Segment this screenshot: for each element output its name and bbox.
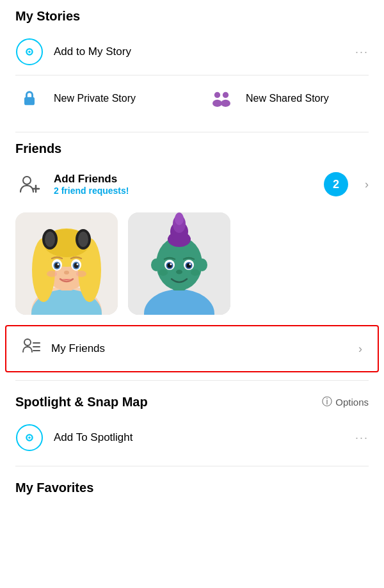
- svg-point-7: [23, 177, 31, 184]
- svg-point-53: [159, 269, 168, 276]
- svg-point-3: [214, 92, 220, 98]
- svg-point-26: [58, 264, 60, 266]
- svg-point-4: [212, 100, 222, 107]
- svg-point-55: [24, 339, 31, 346]
- friends-header: Friends: [0, 132, 384, 161]
- friend-requests-badge: 2: [324, 172, 348, 196]
- add-friends-chevron: ›: [365, 178, 369, 191]
- camera-icon: [15, 38, 44, 66]
- svg-point-32: [47, 271, 57, 277]
- add-to-my-story-label: Add to My Story: [54, 45, 131, 58]
- add-friends-title: Add Friends: [54, 173, 129, 186]
- new-private-story-item[interactable]: New Private Story: [0, 78, 192, 119]
- new-shared-story-label: New Shared Story: [246, 93, 329, 104]
- add-friends-icon: [15, 170, 44, 198]
- svg-point-33: [76, 271, 86, 277]
- svg-point-60: [28, 436, 31, 439]
- avatar-blonde[interactable]: [15, 212, 118, 315]
- svg-point-22: [78, 232, 88, 247]
- svg-point-41: [175, 212, 184, 225]
- svg-point-42: [151, 258, 161, 271]
- lock-icon: [15, 84, 44, 113]
- my-friends-icon: [22, 338, 41, 360]
- svg-point-52: [176, 270, 182, 274]
- svg-point-31: [64, 271, 69, 274]
- my-friends-chevron: ›: [358, 342, 362, 356]
- svg-point-43: [197, 258, 207, 271]
- avatars-row: [0, 207, 384, 322]
- spotlight-header-title: Spotlight & Snap Map: [15, 395, 148, 409]
- favorites-section: My Favorites: [0, 466, 384, 505]
- svg-rect-2: [24, 97, 35, 106]
- spotlight-dots[interactable]: ···: [355, 431, 369, 445]
- add-friends-text: Add Friends 2 friend requests!: [54, 173, 129, 196]
- spotlight-section: Spotlight & Snap Map ⓘ Options Add To Sp…: [0, 381, 384, 466]
- options-row[interactable]: ⓘ Options: [322, 395, 369, 409]
- info-icon: ⓘ: [322, 395, 332, 409]
- svg-point-47: [170, 264, 172, 266]
- svg-point-30: [77, 264, 79, 266]
- avatar-green[interactable]: [128, 212, 230, 315]
- svg-point-1: [28, 51, 31, 53]
- svg-point-5: [223, 92, 228, 98]
- svg-point-54: [191, 269, 200, 276]
- add-to-spotlight-item[interactable]: Add To Spotlight ···: [0, 415, 384, 461]
- my-stories-header: My Stories: [0, 0, 384, 29]
- add-story-dots[interactable]: ···: [355, 45, 369, 59]
- svg-point-51: [189, 264, 191, 266]
- spotlight-camera-icon: [15, 424, 44, 452]
- my-friends-row[interactable]: My Friends ›: [5, 325, 379, 372]
- friend-requests-subtitle: 2 friend requests!: [54, 186, 129, 196]
- favorites-header: My Favorites: [0, 472, 384, 500]
- people-icon: [207, 84, 236, 113]
- options-label: Options: [335, 397, 369, 408]
- add-to-my-story-item[interactable]: Add to My Story ···: [0, 29, 384, 75]
- spotlight-header-row: Spotlight & Snap Map ⓘ Options: [0, 386, 384, 415]
- svg-point-20: [45, 232, 55, 247]
- story-row-two: New Private Story New Shared Story: [0, 75, 384, 127]
- add-to-spotlight-label: Add To Spotlight: [54, 431, 133, 444]
- new-shared-story-item[interactable]: New Shared Story: [192, 78, 384, 119]
- my-stories-section: My Stories Add to My Story ··· New Priva…: [0, 0, 384, 132]
- my-friends-label: My Friends: [51, 342, 105, 355]
- friends-section: Friends Add Friends 2 friend requests! 2…: [0, 132, 384, 380]
- svg-point-6: [221, 100, 230, 107]
- new-private-story-label: New Private Story: [54, 93, 136, 104]
- add-friends-row[interactable]: Add Friends 2 friend requests! 2 ›: [0, 161, 384, 207]
